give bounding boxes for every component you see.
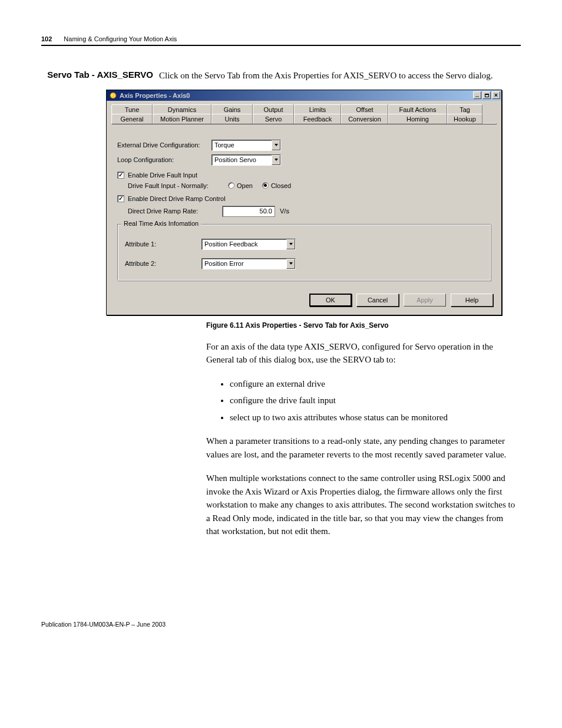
enable-direct-ramp-checkbox[interactable] <box>117 195 124 202</box>
tab-offset[interactable]: Offset <box>341 104 388 114</box>
tab-fault-actions[interactable]: Fault Actions <box>388 104 447 114</box>
titlebar[interactable]: Axis Properties - Axis0 <box>107 90 501 101</box>
app-icon <box>109 91 117 100</box>
axis-properties-dialog: Axis Properties - Axis0 Tune Dynamics Ga… <box>106 90 502 315</box>
external-drive-label: External Drive Configuration: <box>117 141 211 149</box>
tab-tune[interactable]: Tune <box>111 104 153 114</box>
chevron-down-icon <box>286 259 295 269</box>
radio-open[interactable] <box>228 182 234 189</box>
page-header: 102 Naming & Configuring Your Motion Axi… <box>41 35 521 46</box>
chevron-down-icon <box>272 140 280 150</box>
radio-open-label: Open <box>237 182 253 189</box>
section-heading: Servo Tab - AXIS_SERVO <box>41 70 159 83</box>
tab-homing[interactable]: Homing <box>388 114 447 124</box>
maximize-button[interactable] <box>482 91 491 99</box>
help-button[interactable]: Help <box>451 294 493 307</box>
group-legend: Real Time Axis Infomation <box>121 220 201 227</box>
paragraph-1: For an axis of the data type AXIS_SERVO,… <box>206 340 518 367</box>
ramp-rate-input[interactable]: 50.0 <box>222 206 275 217</box>
enable-drive-fault-checkbox[interactable] <box>117 172 124 179</box>
publication-footer: Publication 1784-UM003A-EN-P – June 2003 <box>41 621 521 628</box>
close-button[interactable] <box>492 91 500 99</box>
realtime-axis-group: Real Time Axis Infomation Attribute 1: P… <box>117 224 491 281</box>
tab-conversion[interactable]: Conversion <box>341 114 388 124</box>
tab-general[interactable]: General <box>111 114 153 124</box>
enable-direct-ramp-label: Enable Direct Drive Ramp Control <box>128 195 226 202</box>
figure-caption: Figure 6.11 Axis Properties - Servo Tab … <box>206 321 521 330</box>
ramp-rate-unit: V/s <box>280 207 289 215</box>
minimize-button[interactable] <box>473 91 481 99</box>
tab-tag[interactable]: Tag <box>447 104 482 114</box>
list-item: configure an external drive <box>230 377 518 391</box>
chevron-down-icon <box>286 239 295 249</box>
paragraph-3: When multiple workstations connect to th… <box>206 472 518 538</box>
enable-drive-fault-label: Enable Drive Fault Input <box>128 172 197 179</box>
radio-closed[interactable] <box>262 182 269 189</box>
tab-row-back: Tune Dynamics Gains Output Limits Offset… <box>111 104 497 114</box>
chevron-down-icon <box>272 155 280 165</box>
tab-dynamics[interactable]: Dynamics <box>153 104 211 114</box>
cancel-button[interactable]: Cancel <box>356 294 399 307</box>
svg-point-1 <box>111 94 113 95</box>
paragraph-2: When a parameter transitions to a read-o… <box>206 434 518 461</box>
tab-feedback[interactable]: Feedback <box>294 114 341 124</box>
attribute1-select[interactable]: Position Feedback <box>201 239 296 250</box>
list-item: select up to two axis attributes whose s… <box>230 411 518 424</box>
radio-closed-label: Closed <box>271 182 291 189</box>
tab-limits[interactable]: Limits <box>294 104 341 114</box>
tab-hookup[interactable]: Hookup <box>447 114 482 124</box>
tab-gains[interactable]: Gains <box>211 104 253 114</box>
list-item: configure the drive fault input <box>230 394 518 407</box>
chapter-title: Naming & Configuring Your Motion Axis <box>64 35 177 42</box>
attribute2-select[interactable]: Position Error <box>201 258 296 269</box>
tab-output[interactable]: Output <box>253 104 294 114</box>
section-intro: Click on the Servo Tab from the Axis Pro… <box>159 70 521 83</box>
loop-config-label: Loop Configuration: <box>117 156 211 163</box>
window-title: Axis Properties - Axis0 <box>120 92 473 99</box>
external-drive-select[interactable]: Torque <box>211 140 281 151</box>
ramp-rate-label: Direct Drive Ramp Rate: <box>128 207 222 215</box>
attribute1-label: Attribute 1: <box>125 241 201 248</box>
tab-motion-planner[interactable]: Motion Planner <box>153 114 211 124</box>
tab-servo[interactable]: Servo <box>253 114 294 124</box>
svg-point-0 <box>110 93 116 98</box>
tab-row-front: General Motion Planner Units Servo Feedb… <box>111 114 497 124</box>
ok-button[interactable]: OK <box>309 294 352 307</box>
tab-units[interactable]: Units <box>211 114 253 124</box>
loop-config-select[interactable]: Position Servo <box>211 154 281 166</box>
drive-fault-input-label: Drive Fault Input - Normally: <box>128 182 228 189</box>
attribute2-label: Attribute 2: <box>125 260 201 267</box>
page-number: 102 <box>41 35 52 42</box>
apply-button[interactable]: Apply <box>404 294 446 307</box>
bullet-list: configure an external drive configure th… <box>206 377 518 424</box>
